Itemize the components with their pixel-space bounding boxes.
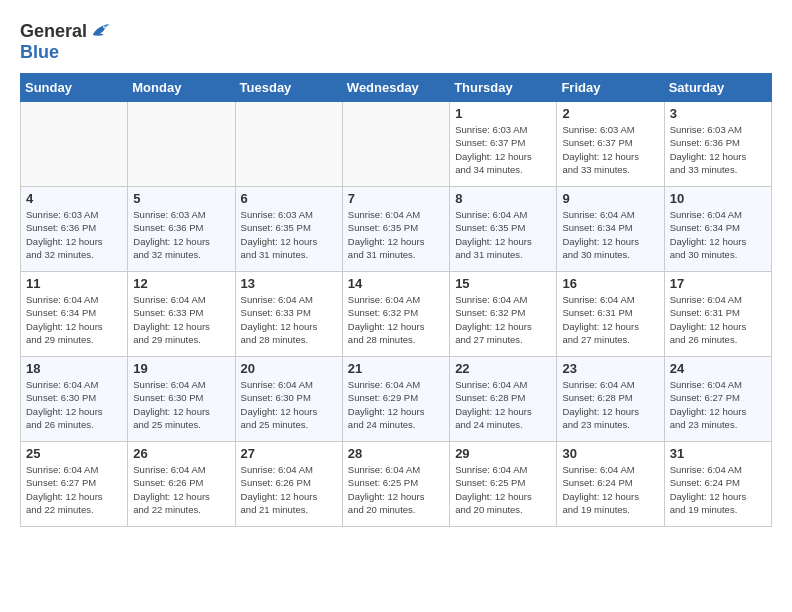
day-number: 5 <box>133 191 229 206</box>
calendar-cell: 22Sunrise: 6:04 AM Sunset: 6:28 PM Dayli… <box>450 357 557 442</box>
calendar-cell: 26Sunrise: 6:04 AM Sunset: 6:26 PM Dayli… <box>128 442 235 527</box>
day-info: Sunrise: 6:04 AM Sunset: 6:34 PM Dayligh… <box>26 293 122 346</box>
calendar-cell: 29Sunrise: 6:04 AM Sunset: 6:25 PM Dayli… <box>450 442 557 527</box>
day-number: 4 <box>26 191 122 206</box>
calendar-cell: 16Sunrise: 6:04 AM Sunset: 6:31 PM Dayli… <box>557 272 664 357</box>
day-number: 24 <box>670 361 766 376</box>
day-number: 10 <box>670 191 766 206</box>
weekday-header-friday: Friday <box>557 74 664 102</box>
page-header: General Blue <box>20 20 772 63</box>
day-info: Sunrise: 6:04 AM Sunset: 6:29 PM Dayligh… <box>348 378 444 431</box>
calendar-week-3: 11Sunrise: 6:04 AM Sunset: 6:34 PM Dayli… <box>21 272 772 357</box>
day-info: Sunrise: 6:04 AM Sunset: 6:26 PM Dayligh… <box>133 463 229 516</box>
day-number: 7 <box>348 191 444 206</box>
calendar-cell: 21Sunrise: 6:04 AM Sunset: 6:29 PM Dayli… <box>342 357 449 442</box>
calendar-week-5: 25Sunrise: 6:04 AM Sunset: 6:27 PM Dayli… <box>21 442 772 527</box>
calendar-cell: 24Sunrise: 6:04 AM Sunset: 6:27 PM Dayli… <box>664 357 771 442</box>
calendar-cell: 8Sunrise: 6:04 AM Sunset: 6:35 PM Daylig… <box>450 187 557 272</box>
calendar-cell: 14Sunrise: 6:04 AM Sunset: 6:32 PM Dayli… <box>342 272 449 357</box>
day-number: 18 <box>26 361 122 376</box>
calendar-cell: 27Sunrise: 6:04 AM Sunset: 6:26 PM Dayli… <box>235 442 342 527</box>
day-number: 22 <box>455 361 551 376</box>
calendar-cell: 11Sunrise: 6:04 AM Sunset: 6:34 PM Dayli… <box>21 272 128 357</box>
day-info: Sunrise: 6:04 AM Sunset: 6:25 PM Dayligh… <box>348 463 444 516</box>
calendar-week-4: 18Sunrise: 6:04 AM Sunset: 6:30 PM Dayli… <box>21 357 772 442</box>
calendar-cell: 6Sunrise: 6:03 AM Sunset: 6:35 PM Daylig… <box>235 187 342 272</box>
day-info: Sunrise: 6:04 AM Sunset: 6:27 PM Dayligh… <box>26 463 122 516</box>
day-number: 29 <box>455 446 551 461</box>
weekday-header-tuesday: Tuesday <box>235 74 342 102</box>
day-info: Sunrise: 6:04 AM Sunset: 6:33 PM Dayligh… <box>133 293 229 346</box>
calendar-cell <box>128 102 235 187</box>
day-info: Sunrise: 6:03 AM Sunset: 6:37 PM Dayligh… <box>562 123 658 176</box>
day-number: 6 <box>241 191 337 206</box>
weekday-header-row: SundayMondayTuesdayWednesdayThursdayFrid… <box>21 74 772 102</box>
day-info: Sunrise: 6:04 AM Sunset: 6:24 PM Dayligh… <box>562 463 658 516</box>
day-info: Sunrise: 6:03 AM Sunset: 6:36 PM Dayligh… <box>133 208 229 261</box>
day-number: 2 <box>562 106 658 121</box>
weekday-header-sunday: Sunday <box>21 74 128 102</box>
calendar-cell: 13Sunrise: 6:04 AM Sunset: 6:33 PM Dayli… <box>235 272 342 357</box>
day-info: Sunrise: 6:04 AM Sunset: 6:26 PM Dayligh… <box>241 463 337 516</box>
day-info: Sunrise: 6:03 AM Sunset: 6:36 PM Dayligh… <box>26 208 122 261</box>
day-number: 31 <box>670 446 766 461</box>
weekday-header-monday: Monday <box>128 74 235 102</box>
day-number: 25 <box>26 446 122 461</box>
day-info: Sunrise: 6:04 AM Sunset: 6:32 PM Dayligh… <box>455 293 551 346</box>
day-number: 26 <box>133 446 229 461</box>
day-number: 19 <box>133 361 229 376</box>
day-number: 8 <box>455 191 551 206</box>
day-number: 17 <box>670 276 766 291</box>
day-number: 27 <box>241 446 337 461</box>
day-info: Sunrise: 6:04 AM Sunset: 6:34 PM Dayligh… <box>670 208 766 261</box>
day-number: 20 <box>241 361 337 376</box>
calendar-cell <box>235 102 342 187</box>
day-info: Sunrise: 6:04 AM Sunset: 6:31 PM Dayligh… <box>670 293 766 346</box>
calendar-week-2: 4Sunrise: 6:03 AM Sunset: 6:36 PM Daylig… <box>21 187 772 272</box>
day-info: Sunrise: 6:04 AM Sunset: 6:35 PM Dayligh… <box>455 208 551 261</box>
day-number: 30 <box>562 446 658 461</box>
calendar-cell: 15Sunrise: 6:04 AM Sunset: 6:32 PM Dayli… <box>450 272 557 357</box>
day-info: Sunrise: 6:03 AM Sunset: 6:35 PM Dayligh… <box>241 208 337 261</box>
calendar-cell: 20Sunrise: 6:04 AM Sunset: 6:30 PM Dayli… <box>235 357 342 442</box>
calendar-cell: 2Sunrise: 6:03 AM Sunset: 6:37 PM Daylig… <box>557 102 664 187</box>
day-info: Sunrise: 6:04 AM Sunset: 6:30 PM Dayligh… <box>241 378 337 431</box>
calendar-cell: 3Sunrise: 6:03 AM Sunset: 6:36 PM Daylig… <box>664 102 771 187</box>
logo-general-text: General <box>20 21 87 42</box>
logo-bird-icon <box>89 20 111 42</box>
day-number: 3 <box>670 106 766 121</box>
day-info: Sunrise: 6:04 AM Sunset: 6:30 PM Dayligh… <box>133 378 229 431</box>
calendar-table: SundayMondayTuesdayWednesdayThursdayFrid… <box>20 73 772 527</box>
day-number: 16 <box>562 276 658 291</box>
calendar-cell: 10Sunrise: 6:04 AM Sunset: 6:34 PM Dayli… <box>664 187 771 272</box>
day-info: Sunrise: 6:04 AM Sunset: 6:28 PM Dayligh… <box>562 378 658 431</box>
calendar-cell: 17Sunrise: 6:04 AM Sunset: 6:31 PM Dayli… <box>664 272 771 357</box>
calendar-cell: 28Sunrise: 6:04 AM Sunset: 6:25 PM Dayli… <box>342 442 449 527</box>
day-number: 9 <box>562 191 658 206</box>
calendar-cell: 30Sunrise: 6:04 AM Sunset: 6:24 PM Dayli… <box>557 442 664 527</box>
day-number: 13 <box>241 276 337 291</box>
day-info: Sunrise: 6:04 AM Sunset: 6:25 PM Dayligh… <box>455 463 551 516</box>
day-number: 21 <box>348 361 444 376</box>
calendar-cell: 9Sunrise: 6:04 AM Sunset: 6:34 PM Daylig… <box>557 187 664 272</box>
day-number: 14 <box>348 276 444 291</box>
day-info: Sunrise: 6:04 AM Sunset: 6:35 PM Dayligh… <box>348 208 444 261</box>
calendar-cell: 19Sunrise: 6:04 AM Sunset: 6:30 PM Dayli… <box>128 357 235 442</box>
calendar-cell <box>342 102 449 187</box>
day-number: 11 <box>26 276 122 291</box>
weekday-header-saturday: Saturday <box>664 74 771 102</box>
calendar-cell: 18Sunrise: 6:04 AM Sunset: 6:30 PM Dayli… <box>21 357 128 442</box>
day-info: Sunrise: 6:04 AM Sunset: 6:32 PM Dayligh… <box>348 293 444 346</box>
calendar-cell: 1Sunrise: 6:03 AM Sunset: 6:37 PM Daylig… <box>450 102 557 187</box>
day-number: 1 <box>455 106 551 121</box>
day-info: Sunrise: 6:04 AM Sunset: 6:24 PM Dayligh… <box>670 463 766 516</box>
logo: General Blue <box>20 20 111 63</box>
day-info: Sunrise: 6:04 AM Sunset: 6:31 PM Dayligh… <box>562 293 658 346</box>
day-number: 12 <box>133 276 229 291</box>
day-number: 15 <box>455 276 551 291</box>
calendar-cell: 12Sunrise: 6:04 AM Sunset: 6:33 PM Dayli… <box>128 272 235 357</box>
weekday-header-thursday: Thursday <box>450 74 557 102</box>
calendar-cell: 23Sunrise: 6:04 AM Sunset: 6:28 PM Dayli… <box>557 357 664 442</box>
calendar-cell: 31Sunrise: 6:04 AM Sunset: 6:24 PM Dayli… <box>664 442 771 527</box>
day-info: Sunrise: 6:04 AM Sunset: 6:28 PM Dayligh… <box>455 378 551 431</box>
